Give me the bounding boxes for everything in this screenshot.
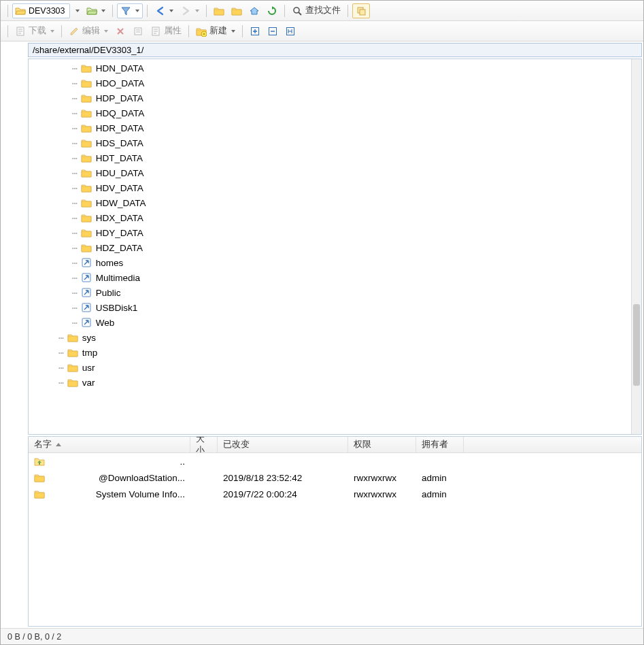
folder-icon [81, 227, 92, 238]
list-header[interactable]: 名字 大小 已改变 权限 拥有者 [29, 437, 641, 453]
col-header-perm[interactable]: 权限 [348, 437, 416, 452]
folder-icon [81, 137, 92, 148]
tree-item-label: sys [82, 333, 96, 343]
tree-item[interactable]: ⋯homes [29, 255, 641, 270]
col-header-size[interactable]: 大小 [190, 437, 218, 452]
tree-item-label: tmp [82, 348, 98, 358]
tree-toggle-button[interactable] [282, 24, 299, 38]
folder-icon [34, 489, 45, 499]
tree-item[interactable]: ⋯tmp [29, 345, 641, 360]
tree-item[interactable]: ⋯HDU_DATA [29, 165, 641, 180]
tree-item-label: USBDisk1 [96, 303, 138, 313]
location-dropdown[interactable] [71, 8, 82, 14]
link-icon [81, 272, 92, 283]
folder-root-icon [231, 5, 242, 16]
vertical-scrollbar[interactable] [631, 59, 641, 434]
arrow-left-icon [154, 5, 165, 16]
collapse-button[interactable] [265, 24, 281, 38]
tree-item[interactable]: ⋯HDZ_DATA [29, 240, 641, 255]
col-header-owner[interactable]: 拥有者 [416, 437, 464, 452]
find-files-button[interactable]: 查找文件 [289, 3, 343, 18]
new-button[interactable]: 新建 [193, 24, 238, 38]
folder-icon [81, 152, 92, 163]
file-owner: admin [422, 473, 447, 483]
tree-item[interactable]: ⋯HDS_DATA [29, 135, 641, 150]
tree-item[interactable]: ⋯Web [29, 315, 641, 330]
tree-item[interactable]: ⋯usr [29, 360, 641, 375]
col-header-modified[interactable]: 已改变 [218, 437, 348, 452]
link-icon [81, 257, 92, 268]
tree-item-label: HDV_DATA [96, 183, 143, 193]
rename-button[interactable] [130, 24, 146, 38]
doc-icon [15, 26, 26, 37]
tree-item-label: var [82, 378, 95, 388]
folder-icon [81, 167, 92, 178]
tree-item-label: HDP_DATA [96, 93, 143, 103]
list-row[interactable]: .. [29, 453, 641, 469]
tree-item[interactable]: ⋯HDV_DATA [29, 180, 641, 195]
props-icon [150, 26, 161, 37]
list-row[interactable]: @DownloadStation...2019/8/18 23:52:42rwx… [29, 469, 641, 486]
delete-button[interactable] [112, 24, 129, 38]
folder-icon [67, 362, 78, 373]
tree-item[interactable]: ⋯HDO_DATA [29, 76, 641, 90]
file-list-body[interactable]: ..@DownloadStation...2019/8/18 23:52:42r… [29, 453, 641, 626]
toolbar-main: DEV3303 查找文件 [1, 1, 643, 21]
list-row[interactable]: System Volume Info...2019/7/22 0:00:24rw… [29, 486, 641, 502]
download-button[interactable]: 下载 [12, 24, 57, 38]
tree-item[interactable]: ⋯HDP_DATA [29, 90, 641, 105]
folder-tree[interactable]: ⋯HDN_DATA⋯HDO_DATA⋯HDP_DATA⋯HDQ_DATA⋯HDR… [29, 59, 641, 391]
tree-item[interactable]: ⋯var [29, 375, 641, 390]
tree-item[interactable]: ⋯USBDisk1 [29, 300, 641, 315]
tree-pane: ⋯HDN_DATA⋯HDO_DATA⋯HDP_DATA⋯HDQ_DATA⋯HDR… [28, 59, 642, 435]
tree-item-label: HDR_DATA [96, 123, 144, 133]
tree-item[interactable]: ⋯sys [29, 330, 641, 345]
file-perm: rwxrwxrwx [354, 489, 396, 499]
home-button[interactable] [246, 4, 262, 18]
root-dir-button[interactable] [228, 4, 245, 18]
tree-item[interactable]: ⋯HDW_DATA [29, 195, 641, 210]
location-combo[interactable]: DEV3303 [12, 3, 70, 18]
filter-button[interactable] [117, 3, 143, 18]
tree-item[interactable]: ⋯Public [29, 285, 641, 300]
tree-item[interactable]: ⋯HDX_DATA [29, 210, 641, 225]
search-icon [292, 5, 303, 16]
tree-item-label: HDZ_DATA [96, 243, 143, 253]
nav-forward-button[interactable] [177, 4, 202, 18]
x-icon [115, 26, 126, 37]
tree-item[interactable]: ⋯HDT_DATA [29, 150, 641, 165]
folder-icon [81, 242, 92, 253]
sync-browse-button[interactable] [352, 3, 370, 18]
toolbar-secondary: 下载 编辑 属性 新建 [1, 21, 643, 42]
folder-icon [67, 377, 78, 388]
status-text: 0 B / 0 B, 0 / 2 [7, 632, 61, 642]
parent-dir-button[interactable] [211, 4, 227, 18]
properties-button[interactable]: 属性 [148, 24, 184, 38]
tree-item[interactable]: ⋯HDR_DATA [29, 120, 641, 135]
scrollbar-thumb[interactable] [633, 304, 640, 386]
tree-item[interactable]: ⋯HDN_DATA [29, 61, 641, 76]
path-bar[interactable]: /share/external/DEV3303_1/ [28, 43, 642, 57]
tree-item[interactable]: ⋯Multimedia [29, 270, 641, 285]
file-name: System Volume Info... [96, 489, 185, 499]
folder-icon [67, 347, 78, 358]
nav-back-button[interactable] [152, 4, 176, 18]
parent-folder-icon [34, 456, 45, 467]
file-modified: 2019/7/22 0:00:24 [223, 489, 297, 499]
folder-icon [81, 212, 92, 223]
folder-open-icon [15, 5, 26, 16]
refresh-button[interactable] [264, 4, 280, 18]
col-header-name[interactable]: 名字 [29, 437, 190, 452]
tree-item[interactable]: ⋯HDY_DATA [29, 225, 641, 240]
expand-button[interactable] [247, 24, 263, 38]
file-modified: 2019/8/18 23:52:42 [223, 473, 302, 483]
arrow-right-icon [180, 5, 191, 16]
edit-button[interactable]: 编辑 [66, 24, 111, 38]
open-dir-button[interactable] [84, 4, 108, 18]
tree-item-label: HDS_DATA [96, 138, 143, 148]
folder-icon [81, 78, 92, 88]
folder-icon [81, 108, 92, 118]
file-list-pane: 名字 大小 已改变 权限 拥有者 ..@DownloadStation...20… [28, 436, 642, 627]
file-name: .. [180, 457, 185, 467]
tree-item[interactable]: ⋯HDQ_DATA [29, 105, 641, 120]
